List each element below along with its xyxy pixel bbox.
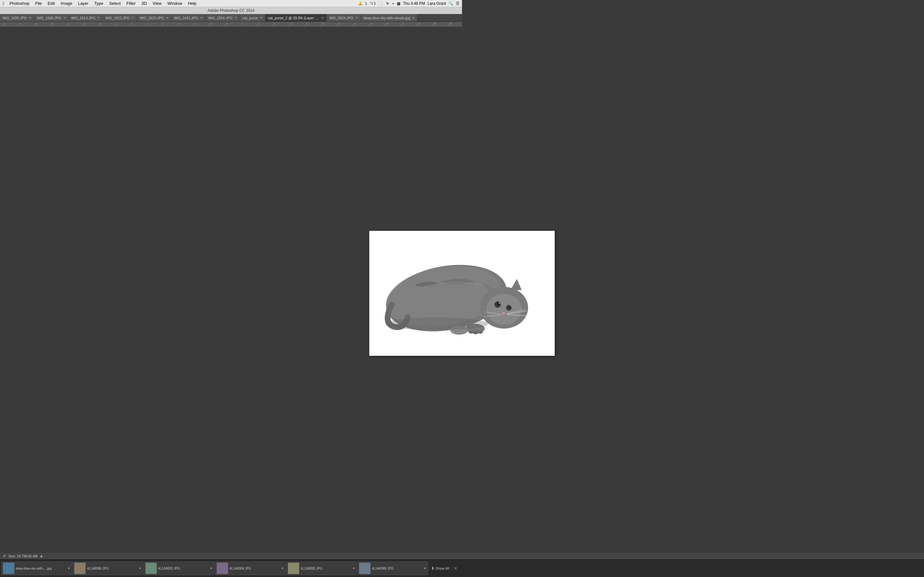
menu-right: 🔔 1 ⌥1 🕐 🖰 ≈ ▩ Thu 4:46 PM Lara Grant 🔍 …: [358, 1, 459, 6]
notification-icon: 🔔: [358, 1, 363, 5]
canvas-area: [0, 27, 462, 288]
tab-label: cat_purse_2 @ 33.3% (Layer 1, RGB/8) *: [268, 16, 319, 20]
svg-text:-6: -6: [35, 23, 37, 25]
svg-text:8: 8: [258, 23, 259, 25]
svg-text:-7: -7: [19, 23, 21, 25]
menubar:  Photoshop File Edit Image Layer Type S…: [0, 0, 462, 7]
svg-text:-3: -3: [83, 23, 85, 25]
tab-close-img_1631[interactable]: ✕: [200, 16, 203, 19]
tab-label: IMG_1631.JPG: [174, 16, 198, 20]
search-icon[interactable]: 🔍: [449, 1, 453, 6]
apple-menu[interactable]: : [3, 1, 4, 6]
tab-close-img_1613[interactable]: ✕: [97, 16, 100, 19]
time-display: Thu 4:46 PM: [403, 1, 425, 6]
menu-select[interactable]: Select: [107, 0, 123, 7]
app-titlebar: Adobe Photoshop CC 2014: [0, 7, 462, 14]
menu-edit[interactable]: Edit: [45, 0, 57, 7]
svg-text:-2: -2: [99, 23, 101, 25]
tab-img_1606[interactable]: IMG_1606.JPG✕: [34, 14, 69, 21]
tab-img_1623[interactable]: IMG_1623.JPG✕: [137, 14, 171, 21]
tab-close-cat_purse[interactable]: ✕: [260, 16, 262, 19]
tab-label: IMG_1554.JPG: [208, 16, 233, 20]
menu-extra-icon[interactable]: ☰: [456, 1, 459, 6]
svg-text:19: 19: [433, 23, 436, 25]
bluetooth-icon: 🖰: [386, 1, 389, 6]
svg-text:1: 1: [147, 23, 148, 25]
svg-text:7: 7: [242, 23, 244, 25]
tab-img_0624[interactable]: IMG_0624.JPG✕: [326, 14, 361, 21]
menu-photoshop[interactable]: Photoshop: [7, 0, 32, 7]
app-title: Adobe Photoshop CC 2014: [208, 8, 254, 13]
svg-text:16: 16: [386, 23, 388, 25]
tab-close-img_0624[interactable]: ✕: [355, 16, 358, 19]
svg-text:15: 15: [370, 23, 372, 25]
svg-text:4: 4: [194, 23, 196, 25]
tab-close-img_1605[interactable]: ✕: [29, 16, 31, 19]
svg-text:-5: -5: [51, 23, 53, 25]
tab-close-img_1622[interactable]: ✕: [132, 16, 134, 19]
svg-text:9: 9: [274, 23, 275, 25]
svg-text:5: 5: [210, 23, 212, 25]
menu-window[interactable]: Window: [165, 0, 184, 7]
ruler-svg: -8-7-6-5-4-3-2-1012345678910111213141516…: [0, 22, 462, 27]
tab-img_1605[interactable]: IMG_1605.JPG✕: [0, 14, 34, 21]
svg-text:2: 2: [163, 23, 164, 25]
svg-text:-4: -4: [67, 23, 69, 25]
tab-img_1554[interactable]: IMG_1554.JPG✕: [206, 14, 240, 21]
tabs-bar: IMG_1605.JPG✕IMG_1606.JPG✕IMG_1613.JPG✕I…: [0, 14, 462, 22]
tab-img_1622[interactable]: IMG_1622.JPG✕: [103, 14, 137, 21]
svg-text:3: 3: [178, 23, 180, 25]
menu-view[interactable]: View: [150, 0, 164, 7]
tab-cat_purse_2[interactable]: cat_purse_2 @ 33.3% (Layer 1, RGB/8) *✕: [265, 14, 326, 21]
menu-image[interactable]: Image: [58, 0, 75, 7]
menu-filter[interactable]: Filter: [124, 0, 138, 7]
tab-close-img_1606[interactable]: ✕: [63, 16, 66, 19]
clock-icon: 🕐: [378, 1, 383, 6]
tab-label: cat_purse: [242, 16, 258, 20]
menu-layer[interactable]: Layer: [75, 0, 91, 7]
tab-close-deep_blue_sky[interactable]: ✕: [412, 16, 415, 19]
tab-img_1631[interactable]: IMG_1631.JPG✕: [171, 14, 206, 21]
tab-close-cat_purse_2[interactable]: ✕: [321, 16, 324, 19]
tab-label: IMG_0624.JPG: [329, 16, 354, 20]
svg-text:13: 13: [338, 23, 341, 25]
alt-notification: ⌥1: [370, 1, 376, 5]
tab-close-img_1623[interactable]: ✕: [166, 16, 168, 19]
document-canvas: [369, 231, 462, 288]
tab-close-img_1554[interactable]: ✕: [234, 16, 237, 19]
svg-text:-8: -8: [3, 23, 5, 25]
menu-help[interactable]: Help: [186, 0, 199, 7]
svg-rect-0: [0, 22, 462, 27]
svg-text:6: 6: [226, 23, 228, 25]
tab-cat_purse[interactable]: cat_purse✕: [240, 14, 265, 21]
tab-label: IMG_1623.JPG: [140, 16, 164, 20]
menu-file[interactable]: File: [33, 0, 45, 7]
battery-icon: ▩: [397, 1, 401, 6]
svg-text:12: 12: [322, 23, 325, 25]
tab-img_1613[interactable]: IMG_1613.JPG✕: [69, 14, 103, 21]
tab-label: IMG_1622.JPG: [105, 16, 129, 20]
menu-type[interactable]: Type: [92, 0, 106, 7]
svg-text:18: 18: [417, 23, 420, 25]
notification-count: 1: [365, 2, 367, 5]
user-name: Lara Grant: [428, 1, 446, 6]
svg-text:17: 17: [401, 23, 404, 25]
tab-label: IMG_1606.JPG: [37, 16, 61, 20]
svg-text:11: 11: [306, 23, 309, 25]
tab-label: IMG_1605.JPG: [3, 16, 27, 20]
svg-text:20: 20: [449, 23, 452, 25]
tab-label: deep-blue-sky-with-clouds.jpg: [363, 16, 410, 20]
svg-text:10: 10: [290, 23, 292, 25]
svg-text:14: 14: [354, 23, 356, 25]
menu-3d[interactable]: 3D: [139, 0, 150, 7]
svg-text:0: 0: [131, 23, 132, 25]
wifi-icon: ≈: [392, 1, 394, 6]
tab-label: IMG_1613.JPG: [71, 16, 95, 20]
ruler-horizontal: -8-7-6-5-4-3-2-1012345678910111213141516…: [0, 22, 462, 27]
cat-image: [376, 234, 462, 288]
tab-deep_blue_sky[interactable]: deep-blue-sky-with-clouds.jpg✕: [361, 14, 418, 21]
svg-text:-1: -1: [115, 23, 117, 25]
